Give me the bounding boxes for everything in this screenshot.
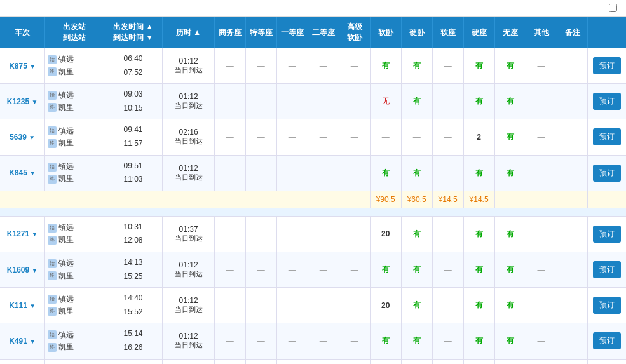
book-button[interactable]: 预订 (593, 93, 621, 110)
book-cell: 预订 (588, 119, 626, 155)
second-cell: — (308, 216, 339, 252)
note-cell (557, 84, 588, 119)
train-link[interactable]: K491 (9, 337, 27, 346)
avail-cell: 有 (463, 323, 494, 359)
avail-cell: 2 (463, 119, 494, 155)
station-cell: 始 镇远 终 凯里 (45, 216, 104, 252)
arrive-time: 15:52 (107, 306, 160, 320)
avail-cell: 20 (370, 216, 401, 252)
depart-icon: 始 (48, 91, 57, 100)
first-cell: — (276, 155, 308, 191)
avail-cell: — (432, 119, 463, 155)
time-cell: 14:13 15:25 (104, 252, 163, 287)
special-cell: — (245, 119, 276, 155)
avail-cell: 有 (370, 252, 401, 287)
arrive-station: 凯里 (58, 137, 74, 149)
col-header-softbunk: 软卧 (370, 17, 401, 48)
book-button[interactable]: 预订 (593, 128, 621, 145)
arrive-time: 15:25 (107, 270, 160, 284)
book-cell: 预订 (588, 323, 626, 359)
depart-station: 镇远 (58, 222, 74, 234)
arrive-station-row: 终 凯里 (48, 102, 101, 114)
first-cell: — (276, 252, 308, 287)
duration: 01:12 (165, 164, 212, 173)
depart-station-row: 始 镇远 (48, 293, 101, 306)
other-cell: — (526, 155, 557, 191)
station-cell: 始 镇远 终 凯里 (45, 252, 104, 287)
arrive-station: 凯里 (58, 270, 74, 282)
day-note: 当日到达 (165, 269, 212, 279)
duration: 01:12 (165, 260, 212, 269)
train-link[interactable]: K1235 (7, 97, 29, 106)
avail-cell: 有 (463, 48, 494, 84)
avail-cell: 有 (494, 84, 526, 119)
depart-time: 15:14 (107, 327, 160, 341)
first-cell: — (276, 288, 308, 323)
avail-cell: 有 (494, 252, 526, 287)
train-table: 车次 出发站到达站 出发时间 ▲到达时间 ▼ 历时 ▲ 商务座 特等座 一等座 … (0, 17, 626, 364)
arrive-icon: 终 (48, 67, 57, 76)
biz-cell: — (214, 288, 245, 323)
book-button[interactable]: 预订 (593, 297, 621, 314)
table-row: K1271 ▼ 始 镇远 终 凯里 10:31 12:08 01:37 当日到达… (0, 216, 626, 252)
book-button[interactable]: 预订 (593, 226, 621, 243)
price-hardseat: ¥14.5 (463, 191, 494, 208)
show-all-checkbox[interactable] (609, 4, 617, 12)
train-link[interactable]: K875 (9, 62, 27, 71)
depart-station: 镇远 (58, 257, 74, 269)
special-cell: — (245, 84, 276, 119)
train-link[interactable]: K111 (9, 301, 27, 310)
price-empty1 (494, 191, 526, 208)
col-header-second: 二等座 (308, 17, 339, 48)
table-row: K495 ▼ 始 镇远 终 凯里 18:30 19:42 01:12 当日到达 … (0, 359, 626, 364)
avail-cell: 有 (401, 252, 432, 287)
day-note: 当日到达 (165, 173, 212, 182)
col-header-special: 特等座 (245, 17, 276, 48)
station-cell: 始 镇远 终 凯里 (45, 288, 104, 323)
book-button[interactable]: 预订 (593, 57, 621, 74)
train-link[interactable]: 5639 (10, 133, 27, 142)
avail-cell: 有 (494, 288, 526, 323)
col-header-duration[interactable]: 历时 ▲ (163, 17, 215, 48)
train-link[interactable]: K1271 (7, 229, 29, 238)
col-header-advsoftbunk: 高级软卧 (339, 17, 370, 48)
book-button[interactable]: 预订 (593, 261, 621, 278)
station-cell: 始 镇远 终 凯里 (45, 84, 104, 119)
train-id-cell: K1609 ▼ (0, 252, 45, 287)
note-cell (557, 288, 588, 323)
book-button[interactable]: 预订 (593, 165, 621, 182)
avail-cell: 有 (401, 359, 432, 364)
arrive-station: 凯里 (58, 341, 74, 353)
train-arrow: ▼ (32, 267, 38, 274)
train-link[interactable]: K1609 (7, 266, 29, 274)
day-note: 当日到达 (165, 305, 212, 314)
arrive-station-row: 终 凯里 (48, 234, 101, 246)
station-cell: 始 镇远 终 凯里 (45, 119, 104, 155)
depart-time: 14:40 (107, 292, 160, 306)
time-cell: 10:31 12:08 (104, 216, 163, 252)
avail-cell: 无 (370, 84, 401, 119)
depart-station-row: 始 镇远 (48, 222, 101, 234)
note-cell (557, 119, 588, 155)
arrive-station-row: 终 凯里 (48, 66, 101, 78)
depart-time: 09:41 (107, 123, 160, 137)
avail-cell: — (432, 216, 463, 252)
duration-cell: 01:12 当日到达 (163, 155, 215, 191)
book-cell: 预订 (588, 216, 626, 252)
avail-cell: 有 (370, 155, 401, 191)
book-button[interactable]: 预订 (593, 332, 621, 349)
train-id-cell: K111 ▼ (0, 288, 45, 323)
avail-cell: 有 (401, 216, 432, 252)
book-cell: 预订 (588, 48, 626, 84)
time-cell: 09:51 11:03 (104, 155, 163, 191)
depart-icon: 始 (48, 163, 57, 172)
biz-cell: — (214, 119, 245, 155)
first-cell: — (276, 359, 308, 364)
show-all-label[interactable] (609, 4, 620, 12)
arrive-icon: 终 (48, 271, 57, 280)
depart-station-row: 始 镇远 (48, 257, 101, 269)
avail-cell: — (432, 359, 463, 364)
time-cell: 06:40 07:52 (104, 48, 163, 84)
advsoftbunk-cell: — (339, 216, 370, 252)
train-link[interactable]: K845 (9, 168, 27, 177)
